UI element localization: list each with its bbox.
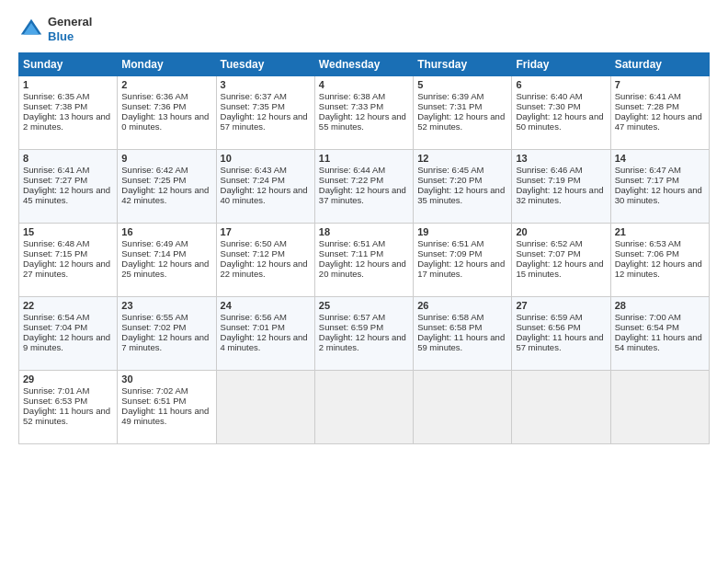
- day-number: 8: [23, 153, 113, 164]
- sunrise: Sunrise: 6:49 AM: [121, 238, 188, 248]
- header: General Blue: [18, 15, 710, 43]
- week-row-3: 15 Sunrise: 6:48 AM Sunset: 7:15 PM Dayl…: [19, 224, 710, 297]
- sunrise: Sunrise: 6:55 AM: [121, 312, 188, 322]
- daylight-label: Daylight: 12 hours and 22 minutes.: [221, 259, 308, 279]
- sunset: Sunset: 6:56 PM: [516, 322, 580, 332]
- day-cell: [314, 371, 413, 444]
- day-number: 11: [319, 153, 409, 164]
- day-number: 24: [221, 300, 311, 311]
- day-header-monday: Monday: [118, 53, 216, 76]
- day-number: 26: [417, 300, 507, 311]
- day-cell: 8 Sunrise: 6:41 AM Sunset: 7:27 PM Dayli…: [19, 150, 118, 224]
- day-cell: 22 Sunrise: 6:54 AM Sunset: 7:04 PM Dayl…: [19, 297, 118, 371]
- day-cell: 15 Sunrise: 6:48 AM Sunset: 7:15 PM Dayl…: [19, 224, 118, 297]
- day-cell: [512, 371, 610, 444]
- day-cell: 7 Sunrise: 6:41 AM Sunset: 7:28 PM Dayli…: [610, 76, 709, 150]
- daylight-label: Daylight: 12 hours and 40 minutes.: [221, 185, 308, 205]
- day-number: 12: [417, 153, 507, 164]
- sunrise: Sunrise: 6:52 AM: [516, 238, 582, 248]
- day-cell: 4 Sunrise: 6:38 AM Sunset: 7:33 PM Dayli…: [314, 76, 413, 150]
- daylight-label: Daylight: 12 hours and 17 minutes.: [417, 259, 505, 279]
- week-row-4: 22 Sunrise: 6:54 AM Sunset: 7:04 PM Dayl…: [19, 297, 710, 371]
- day-cell: 21 Sunrise: 6:53 AM Sunset: 7:06 PM Dayl…: [610, 224, 709, 297]
- day-number: 28: [615, 300, 705, 311]
- sunset: Sunset: 7:19 PM: [516, 175, 580, 185]
- sunrise: Sunrise: 6:57 AM: [319, 312, 385, 322]
- day-cell: 29 Sunrise: 7:01 AM Sunset: 6:53 PM Dayl…: [19, 371, 118, 444]
- day-number: 18: [319, 226, 409, 237]
- daylight-label: Daylight: 13 hours and 0 minutes.: [121, 111, 209, 132]
- calendar-table: SundayMondayTuesdayWednesdayThursdayFrid…: [18, 52, 710, 444]
- sunrise: Sunrise: 6:56 AM: [221, 312, 287, 322]
- day-cell: 20 Sunrise: 6:52 AM Sunset: 7:07 PM Dayl…: [512, 224, 610, 297]
- daylight-label: Daylight: 12 hours and 45 minutes.: [23, 185, 110, 205]
- day-header-wednesday: Wednesday: [314, 53, 413, 76]
- sunset: Sunset: 7:35 PM: [221, 101, 285, 111]
- day-cell: 25 Sunrise: 6:57 AM Sunset: 6:59 PM Dayl…: [314, 297, 413, 371]
- day-header-friday: Friday: [512, 53, 610, 76]
- day-cell: 16 Sunrise: 6:49 AM Sunset: 7:14 PM Dayl…: [118, 224, 216, 297]
- sunset: Sunset: 7:02 PM: [121, 322, 186, 332]
- sunrise: Sunrise: 6:38 AM: [319, 91, 385, 101]
- sunset: Sunset: 7:14 PM: [121, 248, 186, 259]
- sunrise: Sunrise: 6:44 AM: [319, 165, 385, 175]
- sunrise: Sunrise: 6:41 AM: [23, 165, 89, 175]
- day-number: 23: [121, 300, 211, 311]
- day-number: 30: [121, 373, 211, 385]
- sunrise: Sunrise: 6:48 AM: [23, 238, 89, 248]
- sunrise: Sunrise: 6:36 AM: [121, 91, 188, 101]
- sunset: Sunset: 7:04 PM: [23, 322, 87, 332]
- day-cell: 6 Sunrise: 6:40 AM Sunset: 7:30 PM Dayli…: [512, 76, 610, 150]
- day-cell: 26 Sunrise: 6:58 AM Sunset: 6:58 PM Dayl…: [414, 297, 512, 371]
- day-number: 25: [319, 300, 409, 311]
- daylight-label: Daylight: 12 hours and 25 minutes.: [121, 259, 209, 279]
- day-number: 27: [516, 300, 606, 311]
- day-cell: 10 Sunrise: 6:43 AM Sunset: 7:24 PM Dayl…: [216, 150, 314, 224]
- daylight-label: Daylight: 12 hours and 2 minutes.: [319, 332, 406, 352]
- day-number: 9: [121, 153, 211, 164]
- day-number: 7: [615, 79, 705, 90]
- sunrise: Sunrise: 6:51 AM: [417, 238, 483, 248]
- daylight-label: Daylight: 12 hours and 50 minutes.: [516, 111, 603, 132]
- sunrise: Sunrise: 6:46 AM: [516, 165, 582, 175]
- day-number: 1: [23, 79, 113, 90]
- day-cell: 18 Sunrise: 6:51 AM Sunset: 7:11 PM Dayl…: [314, 224, 413, 297]
- daylight-label: Daylight: 12 hours and 37 minutes.: [319, 185, 406, 205]
- sunset: Sunset: 6:54 PM: [615, 322, 679, 332]
- daylight-label: Daylight: 11 hours and 54 minutes.: [615, 332, 702, 352]
- logo-text: General Blue: [48, 15, 92, 43]
- day-cell: [414, 371, 512, 444]
- sunset: Sunset: 7:12 PM: [221, 248, 285, 259]
- sunrise: Sunrise: 7:01 AM: [23, 385, 89, 396]
- sunset: Sunset: 6:59 PM: [319, 322, 383, 332]
- sunset: Sunset: 6:51 PM: [121, 396, 186, 406]
- sunrise: Sunrise: 7:00 AM: [615, 312, 681, 322]
- day-number: 14: [615, 153, 705, 164]
- day-cell: 19 Sunrise: 6:51 AM Sunset: 7:09 PM Dayl…: [414, 224, 512, 297]
- day-cell: 2 Sunrise: 6:36 AM Sunset: 7:36 PM Dayli…: [118, 76, 216, 150]
- day-cell: 5 Sunrise: 6:39 AM Sunset: 7:31 PM Dayli…: [414, 76, 512, 150]
- day-cell: [216, 371, 314, 444]
- sunset: Sunset: 7:07 PM: [516, 248, 580, 259]
- day-header-thursday: Thursday: [414, 53, 512, 76]
- daylight-label: Daylight: 11 hours and 49 minutes.: [121, 406, 209, 426]
- daylight-label: Daylight: 12 hours and 32 minutes.: [516, 185, 603, 205]
- day-number: 20: [516, 226, 606, 237]
- sunrise: Sunrise: 6:35 AM: [23, 91, 89, 101]
- sunset: Sunset: 7:28 PM: [615, 101, 679, 111]
- daylight-label: Daylight: 12 hours and 35 minutes.: [417, 185, 505, 205]
- day-number: 19: [417, 226, 507, 237]
- daylight-label: Daylight: 12 hours and 9 minutes.: [23, 332, 110, 352]
- day-cell: 23 Sunrise: 6:55 AM Sunset: 7:02 PM Dayl…: [118, 297, 216, 371]
- day-number: 3: [221, 79, 311, 90]
- sunset: Sunset: 7:09 PM: [417, 248, 482, 259]
- header-row: SundayMondayTuesdayWednesdayThursdayFrid…: [19, 53, 710, 76]
- sunrise: Sunrise: 6:47 AM: [615, 165, 681, 175]
- sunrise: Sunrise: 6:42 AM: [121, 165, 188, 175]
- day-number: 17: [221, 226, 311, 237]
- sunset: Sunset: 7:38 PM: [23, 101, 87, 111]
- sunrise: Sunrise: 7:02 AM: [121, 385, 188, 396]
- day-cell: 3 Sunrise: 6:37 AM Sunset: 7:35 PM Dayli…: [216, 76, 314, 150]
- day-header-saturday: Saturday: [610, 53, 709, 76]
- sunrise: Sunrise: 6:39 AM: [417, 91, 483, 101]
